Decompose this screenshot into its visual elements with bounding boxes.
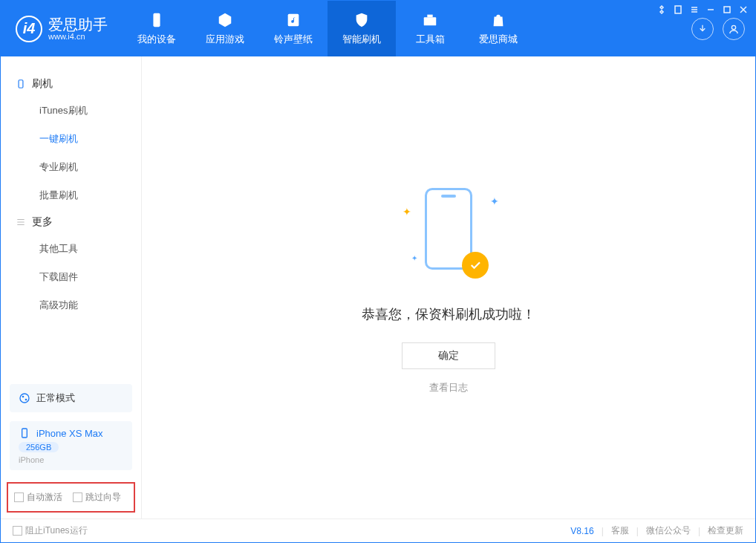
block-itunes-label: 阻止iTunes运行 <box>25 524 88 537</box>
bottom-options-highlighted: 自动激活 跳过向导 <box>7 482 135 513</box>
header-right <box>691 18 755 40</box>
device-icon <box>16 79 26 89</box>
nav-mydevice[interactable]: 我的设备 <box>123 1 191 56</box>
svg-rect-1 <box>724 7 730 13</box>
version-label: V8.16 <box>570 526 593 536</box>
toolbox-icon <box>422 12 438 28</box>
phone-icon <box>149 12 165 28</box>
svg-rect-11 <box>22 429 27 438</box>
sidebar: 刷机 iTunes刷机 一键刷机 专业刷机 批量刷机 更多 其他工具 下载固件 … <box>1 56 142 518</box>
theme-icon[interactable] <box>657 5 666 14</box>
device-capacity: 256GB <box>19 442 59 452</box>
device-mode-card[interactable]: 正常模式 <box>10 384 132 412</box>
skip-guide-label: 跳过向导 <box>85 491 121 504</box>
svg-point-10 <box>25 399 27 401</box>
sparkle-icon: ✦ <box>411 254 417 262</box>
minimize-icon[interactable] <box>706 5 715 14</box>
app-name: 爱思助手 <box>48 17 108 32</box>
nav-store[interactable]: 爱思商城 <box>464 1 532 56</box>
music-icon <box>285 12 302 28</box>
device-type: iPhone <box>19 455 123 464</box>
shield-icon <box>353 12 370 28</box>
check-update-link[interactable]: 检查更新 <box>708 524 743 537</box>
list-icon <box>16 217 26 227</box>
sidebar-item-batch-flash[interactable]: 批量刷机 <box>1 181 141 209</box>
success-message: 恭喜您，保资料刷机成功啦！ <box>362 305 535 323</box>
nav-store-label: 爱思商城 <box>479 33 518 46</box>
sparkle-icon: ✦ <box>403 206 411 218</box>
sidebar-item-pro-flash[interactable]: 专业刷机 <box>1 153 141 181</box>
auto-activate-checkbox[interactable]: 自动激活 <box>14 491 62 504</box>
sidebar-item-advanced[interactable]: 高级功能 <box>1 291 141 319</box>
cube-icon <box>217 12 233 28</box>
logo-icon: i4 <box>16 16 42 42</box>
wechat-link[interactable]: 微信公众号 <box>646 524 691 537</box>
device-info-card[interactable]: iPhone XS Max 256GB iPhone <box>10 421 132 470</box>
svg-rect-7 <box>19 80 23 88</box>
nav-ringtones[interactable]: 铃声壁纸 <box>259 1 328 56</box>
nav-apps-label: 应用游戏 <box>206 33 244 46</box>
footer: 阻止iTunes运行 V8.16 | 客服 | 微信公众号 | 检查更新 <box>1 518 755 542</box>
device-mode-label: 正常模式 <box>36 391 75 405</box>
sidebar-item-download-fw[interactable]: 下载固件 <box>1 263 141 291</box>
sidebar-group-flash-label: 刷机 <box>32 77 53 91</box>
nav-apps[interactable]: 应用游戏 <box>191 1 259 56</box>
bag-icon <box>490 12 506 28</box>
nav-smartflash[interactable]: 智能刷机 <box>328 1 396 56</box>
view-log-link[interactable]: 查看日志 <box>429 381 468 394</box>
main-content: ✦ ✦ ✦ 恭喜您，保资料刷机成功啦！ 确定 查看日志 <box>142 56 755 518</box>
app-url: www.i4.cn <box>48 32 108 41</box>
svg-rect-4 <box>424 17 437 25</box>
ok-button[interactable]: 确定 <box>402 342 495 369</box>
phone-small-icon <box>19 427 30 439</box>
svg-rect-5 <box>427 14 432 17</box>
sidebar-item-other-tools[interactable]: 其他工具 <box>1 235 141 263</box>
note-icon[interactable] <box>674 5 682 14</box>
header: i4 爱思助手 www.i4.cn 我的设备 应用游戏 铃声壁纸 智能刷机 工具… <box>1 1 755 56</box>
sidebar-item-itunes-flash[interactable]: iTunes刷机 <box>1 97 141 125</box>
nav-smartflash-label: 智能刷机 <box>342 33 381 46</box>
svg-point-8 <box>20 394 29 403</box>
nav-toolbox[interactable]: 工具箱 <box>396 1 464 56</box>
window-controls <box>657 5 748 14</box>
close-icon[interactable] <box>739 5 748 14</box>
sidebar-group-flash: 刷机 <box>1 71 141 97</box>
sidebar-item-oneclick-flash[interactable]: 一键刷机 <box>1 125 141 153</box>
sidebar-group-more-label: 更多 <box>32 215 53 229</box>
nav-ringtones-label: 铃声壁纸 <box>274 33 313 46</box>
svg-rect-0 <box>675 6 681 13</box>
svg-rect-2 <box>153 13 160 26</box>
download-button[interactable] <box>691 18 714 40</box>
sparkle-icon: ✦ <box>490 195 499 207</box>
support-link[interactable]: 客服 <box>611 524 629 537</box>
auto-activate-label: 自动激活 <box>27 491 62 504</box>
mode-icon <box>19 392 30 404</box>
svg-point-9 <box>22 396 25 398</box>
top-nav: 我的设备 应用游戏 铃声壁纸 智能刷机 工具箱 爱思商城 <box>123 1 532 56</box>
success-illustration: ✦ ✦ ✦ <box>397 181 501 284</box>
maximize-icon[interactable] <box>723 5 731 14</box>
device-name: iPhone XS Max <box>36 428 103 439</box>
menu-icon[interactable] <box>690 5 699 14</box>
nav-mydevice-label: 我的设备 <box>137 33 176 46</box>
svg-point-6 <box>731 25 735 29</box>
user-button[interactable] <box>723 18 745 40</box>
nav-toolbox-label: 工具箱 <box>416 33 445 46</box>
block-itunes-checkbox[interactable]: 阻止iTunes运行 <box>13 524 88 537</box>
skip-guide-checkbox[interactable]: 跳过向导 <box>73 491 121 504</box>
logo: i4 爱思助手 www.i4.cn <box>1 16 123 42</box>
checkmark-badge-icon <box>462 252 489 279</box>
sidebar-group-more: 更多 <box>1 209 141 235</box>
